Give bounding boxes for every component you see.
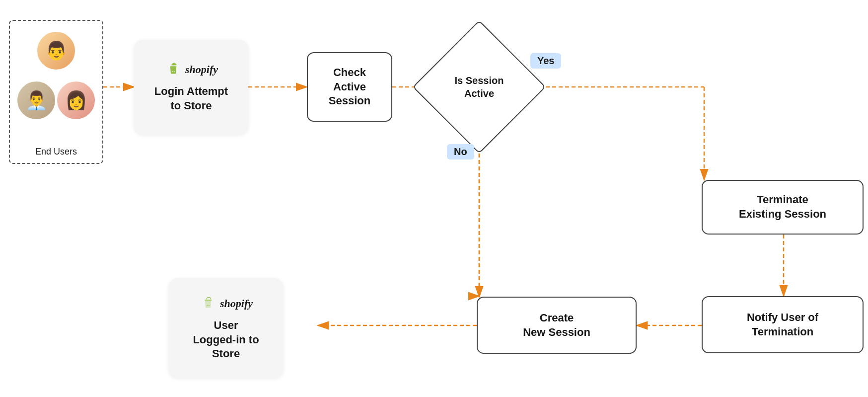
terminate-session-label: TerminateExisting Session — [739, 193, 826, 221]
shopify-logo: shopify — [164, 61, 218, 79]
svg-rect-13 — [205, 300, 212, 301]
user-logged-in-box: shopify UserLogged-in toStore — [169, 278, 283, 378]
login-attempt-box: shopify Login Attemptto Store — [134, 40, 248, 134]
end-users-box: 👨 👨‍💼 👩 End Users — [9, 20, 103, 164]
end-users-label: End Users — [35, 147, 77, 157]
avatar-right: 👩 — [56, 80, 96, 120]
check-active-session-node: CheckActive Session — [307, 52, 392, 122]
notify-termination-node: Notify User ofTermination — [702, 296, 864, 353]
yes-badge: Yes — [530, 53, 561, 69]
no-badge: No — [447, 144, 474, 159]
create-new-session-label: CreateNew Session — [523, 311, 590, 339]
shopify-logo-2: shopify — [199, 295, 253, 313]
is-session-active-node: Is SessionActive — [430, 37, 529, 137]
is-session-active-label: Is SessionActive — [447, 74, 511, 100]
create-new-session-node: CreateNew Session — [477, 297, 637, 354]
terminate-session-node: TerminateExisting Session — [702, 180, 864, 235]
shopify-bag-icon-2 — [199, 295, 217, 313]
shopify-brand-text: shopify — [185, 63, 218, 76]
shopify-brand-text-2: shopify — [220, 297, 253, 310]
logged-in-label: UserLogged-in toStore — [193, 318, 259, 361]
avatars-group: 👨 👨‍💼 👩 — [16, 31, 96, 130]
avatar-left: 👨‍💼 — [16, 80, 56, 120]
login-attempt-label: Login Attemptto Store — [154, 84, 228, 113]
diagram-container: 👨 👨‍💼 👩 End Users shopify Login Attemptt… — [0, 0, 868, 397]
check-active-session-label: CheckActive Session — [318, 66, 381, 108]
avatar-top: 👨 — [36, 31, 76, 71]
notify-termination-label: Notify User ofTermination — [747, 311, 818, 339]
shopify-bag-icon — [164, 61, 182, 79]
